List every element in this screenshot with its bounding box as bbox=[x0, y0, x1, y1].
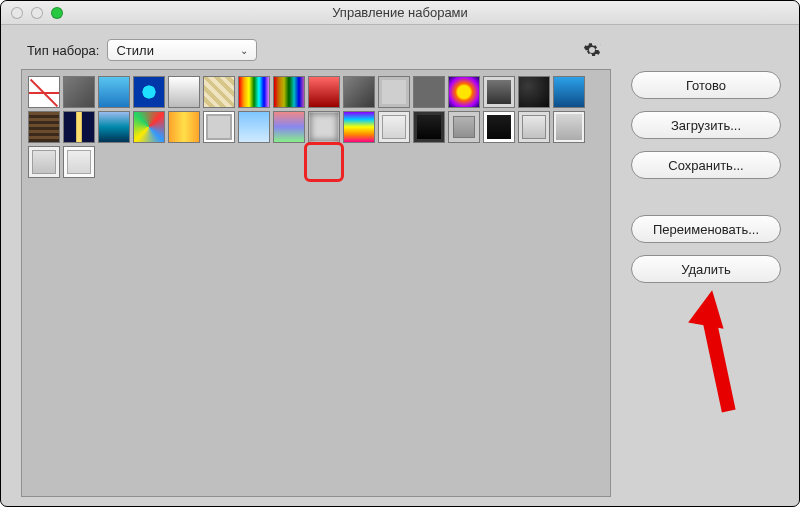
window-title: Управление наборами bbox=[1, 5, 799, 20]
preset-swatch[interactable] bbox=[343, 76, 375, 108]
preset-manager-window: Управление наборами Тип набора: Стили ⌄ … bbox=[0, 0, 800, 507]
preset-swatch[interactable] bbox=[483, 111, 515, 143]
preset-swatch[interactable] bbox=[448, 111, 480, 143]
preset-swatch[interactable] bbox=[308, 76, 340, 108]
titlebar: Управление наборами bbox=[1, 1, 799, 25]
preset-swatch[interactable] bbox=[273, 111, 305, 143]
preset-type-value: Стили bbox=[116, 43, 153, 58]
preset-swatch[interactable] bbox=[133, 76, 165, 108]
preset-swatch[interactable] bbox=[168, 111, 200, 143]
preset-swatch[interactable] bbox=[133, 111, 165, 143]
button-column: Готово Загрузить... Сохранить... Переиме… bbox=[631, 71, 781, 283]
preset-swatch[interactable] bbox=[518, 76, 550, 108]
preset-swatch[interactable] bbox=[413, 76, 445, 108]
preset-swatch[interactable] bbox=[308, 111, 340, 143]
preset-swatch[interactable] bbox=[413, 111, 445, 143]
delete-button[interactable]: Удалить bbox=[631, 255, 781, 283]
preset-swatch[interactable] bbox=[98, 76, 130, 108]
preset-swatch[interactable] bbox=[203, 76, 235, 108]
preset-swatch[interactable] bbox=[483, 76, 515, 108]
preset-swatch[interactable] bbox=[168, 76, 200, 108]
preset-swatch[interactable] bbox=[203, 111, 235, 143]
preset-swatch[interactable] bbox=[238, 111, 270, 143]
gear-icon[interactable] bbox=[583, 41, 601, 59]
type-row: Тип набора: Стили ⌄ bbox=[27, 39, 257, 61]
done-button[interactable]: Готово bbox=[631, 71, 781, 99]
preset-swatch[interactable] bbox=[28, 76, 60, 108]
preset-type-select[interactable]: Стили ⌄ bbox=[107, 39, 257, 61]
preset-grid bbox=[22, 70, 610, 184]
window-body: Тип набора: Стили ⌄ Готово Загрузить... … bbox=[1, 25, 799, 506]
preset-swatch[interactable] bbox=[238, 76, 270, 108]
preset-swatch[interactable] bbox=[273, 76, 305, 108]
preset-panel bbox=[21, 69, 611, 497]
preset-swatch[interactable] bbox=[553, 111, 585, 143]
type-label: Тип набора: bbox=[27, 43, 99, 58]
preset-swatch[interactable] bbox=[28, 146, 60, 178]
preset-swatch[interactable] bbox=[63, 146, 95, 178]
preset-swatch[interactable] bbox=[63, 76, 95, 108]
preset-swatch[interactable] bbox=[553, 76, 585, 108]
preset-swatch[interactable] bbox=[63, 111, 95, 143]
preset-swatch[interactable] bbox=[98, 111, 130, 143]
load-button[interactable]: Загрузить... bbox=[631, 111, 781, 139]
preset-swatch[interactable] bbox=[28, 111, 60, 143]
preset-swatch[interactable] bbox=[378, 111, 410, 143]
save-button[interactable]: Сохранить... bbox=[631, 151, 781, 179]
rename-button[interactable]: Переименовать... bbox=[631, 215, 781, 243]
preset-swatch[interactable] bbox=[343, 111, 375, 143]
spacer bbox=[631, 191, 781, 203]
chevron-down-icon: ⌄ bbox=[240, 45, 248, 56]
preset-swatch[interactable] bbox=[378, 76, 410, 108]
preset-swatch[interactable] bbox=[518, 111, 550, 143]
preset-swatch[interactable] bbox=[448, 76, 480, 108]
